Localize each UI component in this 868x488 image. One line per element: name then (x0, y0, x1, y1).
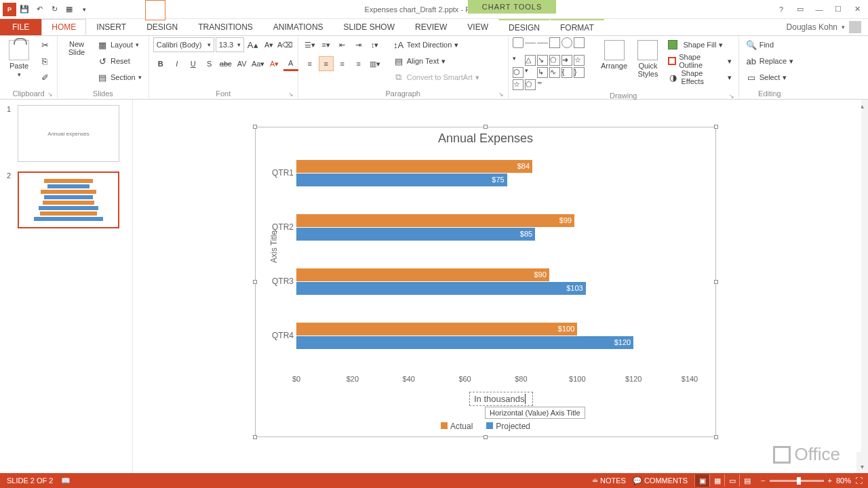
view-normal-icon[interactable]: ▣ (694, 474, 709, 487)
font-name-combo[interactable]: Calibri (Body)▾ (153, 37, 214, 52)
numbering-icon[interactable]: ≡▾ (319, 37, 334, 52)
font-color-button[interactable]: A (283, 56, 298, 71)
chart-legend[interactable]: Actual Projected (256, 422, 715, 431)
paragraph-launcher-icon[interactable]: ↘ (498, 91, 504, 98)
comments-button[interactable]: 💬 COMMENTS (633, 476, 688, 485)
columns-icon[interactable]: ▥▾ (368, 56, 382, 71)
clipboard-launcher-icon[interactable]: ↘ (47, 91, 53, 98)
tab-transitions[interactable]: TRANSITIONS (188, 19, 263, 35)
shape-fill-button[interactable]: Shape Fill ▾ (665, 37, 734, 52)
chart-bar[interactable]: $99 (296, 214, 574, 227)
slide-canvas[interactable]: Annual Expenses Axis Title QTR1$84$75QTR… (133, 100, 856, 473)
tab-review[interactable]: REVIEW (405, 19, 457, 35)
paste-button[interactable]: Paste ▾ (4, 37, 34, 81)
tab-file[interactable]: FILE (0, 19, 41, 35)
chart-bar[interactable]: $103 (296, 282, 586, 295)
layout-button[interactable]: ▦Layout ▾ (94, 37, 144, 52)
justify-icon[interactable]: ≡ (351, 56, 366, 71)
zoom-in-icon[interactable]: + (828, 476, 832, 485)
reset-button[interactable]: ↺Reset (94, 54, 144, 68)
start-show-icon[interactable]: ▦ (62, 3, 76, 16)
shape-gallery[interactable]: ▾ △↘⬠➜☆⬡▾ ↳∿{}☆⬠≂ (513, 37, 595, 90)
align-center-icon[interactable]: ≡ (319, 56, 334, 71)
cut-button[interactable]: ✂ (37, 37, 53, 52)
tab-design[interactable]: DESIGN (136, 19, 188, 35)
qat-more-icon[interactable]: ▾ (77, 3, 91, 16)
align-text-button[interactable]: ▤Align Text ▾ (391, 54, 482, 68)
drawing-launcher-icon[interactable]: ↘ (729, 93, 734, 100)
highlight-button[interactable]: A▾ (267, 56, 282, 71)
underline-button[interactable]: U (186, 56, 201, 71)
text-direction-button[interactable]: ↕AText Direction ▾ (391, 37, 482, 52)
grow-font-icon[interactable]: A▴ (245, 37, 260, 52)
font-launcher-icon[interactable]: ↘ (288, 91, 294, 98)
redo-icon[interactable]: ↻ (47, 3, 61, 16)
chart-bar[interactable]: $75 (296, 174, 507, 186)
tab-insert[interactable]: INSERT (86, 19, 136, 35)
shape-effects-button[interactable]: ◑Shape Effects ▾ (665, 70, 734, 85)
close-icon[interactable]: ✕ (850, 5, 864, 14)
font-size-combo[interactable]: 13.3▾ (216, 37, 244, 52)
minimize-icon[interactable]: — (812, 5, 826, 14)
shrink-font-icon[interactable]: A▾ (262, 37, 277, 52)
save-icon[interactable]: 💾 (18, 3, 31, 16)
chart-bar[interactable]: $84 (296, 160, 532, 173)
quick-styles-button[interactable]: Quick Styles (633, 37, 663, 81)
align-left-icon[interactable]: ≡ (302, 56, 317, 71)
chart-x-axis-title[interactable]: In thousands (469, 392, 533, 406)
chart-title[interactable]: Annual Expenses (256, 127, 715, 151)
strike-button[interactable]: abc (218, 56, 233, 71)
chart-object[interactable]: Annual Expenses Axis Title QTR1$84$75QTR… (255, 127, 716, 437)
tab-home[interactable]: HOME (41, 19, 86, 35)
align-right-icon[interactable]: ≡ (335, 56, 350, 71)
bold-button[interactable]: B (153, 56, 168, 71)
zoom-out-icon[interactable]: − (761, 476, 765, 485)
signed-in-user[interactable]: Douglas Kohn ▾ (780, 19, 868, 35)
view-reading-icon[interactable]: ▭ (724, 474, 739, 487)
select-button[interactable]: ▭Select ▾ (743, 70, 796, 85)
chart-bar[interactable]: $90 (296, 268, 549, 281)
tab-animations[interactable]: ANIMATIONS (263, 19, 334, 35)
undo-icon[interactable]: ↶ (33, 3, 46, 16)
spellcheck-icon[interactable]: 📖 (61, 476, 71, 485)
slide-thumb-1[interactable]: 1 Annual expenses (7, 105, 125, 162)
maximize-icon[interactable]: ☐ (831, 5, 845, 14)
ribbon-display-icon[interactable]: ▭ (793, 5, 807, 14)
format-painter-button[interactable]: ✐ (37, 70, 53, 85)
new-slide-button[interactable]: New Slide (62, 37, 92, 59)
notes-button[interactable]: ≐ NOTES (592, 476, 626, 485)
tab-chart-format[interactable]: FORMAT (550, 19, 604, 35)
chart-y-axis-title[interactable]: Axis Title (269, 230, 279, 263)
spacing-button[interactable]: AV (235, 56, 250, 71)
tab-slideshow[interactable]: SLIDE SHOW (334, 19, 405, 35)
help-icon[interactable]: ? (774, 5, 788, 14)
view-sorter-icon[interactable]: ▦ (709, 474, 724, 487)
tab-chart-design[interactable]: DESIGN (498, 19, 550, 35)
fit-slide-icon[interactable]: ⛶ (855, 476, 863, 485)
zoom-level[interactable]: 80% (836, 476, 851, 485)
slide-indicator[interactable]: SLIDE 2 OF 2 (7, 476, 53, 485)
smartart-button[interactable]: ⧉Convert to SmartArt ▾ (391, 70, 482, 85)
chart-x-axis[interactable]: $0$20$40$60$80$100$120$140 (296, 375, 690, 388)
dec-indent-icon[interactable]: ⇤ (335, 37, 350, 52)
italic-button[interactable]: I (170, 56, 184, 71)
replace-button[interactable]: abReplace ▾ (743, 54, 796, 68)
chart-bar[interactable]: $120 (296, 336, 633, 349)
tab-view[interactable]: VIEW (457, 19, 498, 35)
shape-outline-button[interactable]: Shape Outline ▾ (665, 54, 734, 68)
zoom-slider[interactable] (770, 480, 824, 482)
clear-format-icon[interactable]: A⌫ (278, 37, 293, 52)
section-button[interactable]: ▤Section ▾ (94, 70, 144, 85)
scroll-down-icon[interactable]: ▾ (861, 463, 864, 470)
view-slideshow-icon[interactable]: ▤ (739, 474, 754, 487)
arrange-button[interactable]: Arrange (598, 37, 631, 73)
shadow-button[interactable]: S (202, 56, 217, 71)
line-spacing-icon[interactable]: ↕▾ (368, 37, 382, 52)
find-button[interactable]: 🔍Find (743, 37, 796, 52)
zoom-control[interactable]: − + 80% ⛶ (761, 476, 863, 485)
chart-plot-area[interactable]: QTR1$84$75QTR2$99$85QTR3$90$103QTR4$100$… (296, 155, 690, 371)
chart-bar[interactable]: $85 (296, 228, 535, 241)
slide-thumb-2[interactable]: 2 (7, 171, 125, 228)
bullets-icon[interactable]: ☰▾ (302, 37, 317, 52)
case-button[interactable]: Aa▾ (251, 56, 266, 71)
